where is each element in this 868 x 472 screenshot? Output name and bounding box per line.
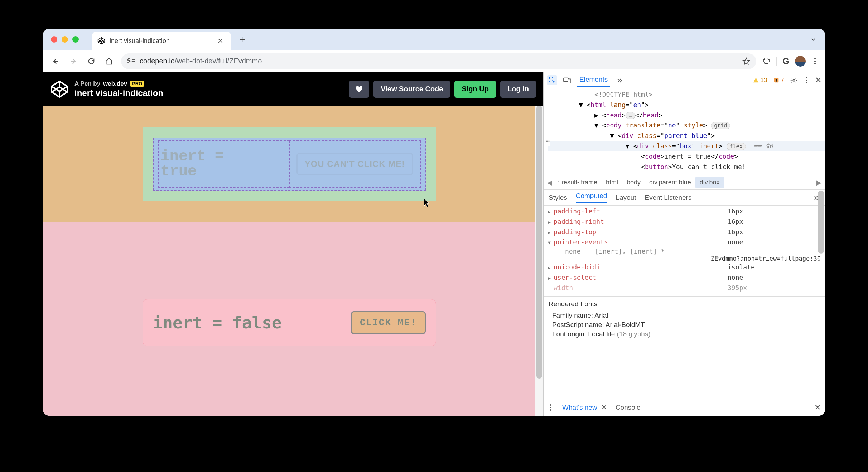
avatar[interactable] — [795, 56, 806, 67]
prop-padding-top[interactable]: ▶padding-top16px — [548, 227, 821, 237]
inert-false-button[interactable]: CLICK ME! — [351, 311, 425, 334]
reload-button[interactable] — [85, 55, 97, 67]
svg-rect-12 — [756, 79, 756, 81]
site-settings-icon[interactable] — [127, 58, 135, 65]
kebab-menu-icon[interactable] — [811, 57, 819, 66]
codepen-logo-icon[interactable] — [50, 80, 69, 98]
elements-tab[interactable]: Elements — [577, 73, 610, 87]
page-scrollbar[interactable] — [535, 106, 543, 416]
more-tabs-icon[interactable] — [615, 75, 625, 85]
svg-point-7 — [814, 61, 816, 62]
pen-actions: View Source Code Sign Up Log In — [349, 81, 536, 98]
window-close-button[interactable] — [51, 36, 57, 43]
signup-button[interactable]: Sign Up — [454, 81, 496, 98]
issue-count: 7 — [781, 77, 784, 84]
inert-true-button: YOU CAN'T CLICK ME! — [296, 153, 414, 175]
devtools-scrollbar-thumb[interactable] — [818, 191, 824, 254]
tab-overflow-button[interactable] — [807, 33, 819, 45]
prop-padding-right[interactable]: ▶padding-right16px — [548, 217, 821, 227]
dom-div-parent[interactable]: ▼ <div class="parent blue"> — [548, 131, 825, 141]
toolbar-divider — [776, 57, 777, 66]
devtools-highlight-box: inert = true YOU CAN'T CLICK ME! — [143, 127, 436, 201]
dom-button[interactable]: <button>You can't click me! — [548, 162, 825, 172]
prop-pointer-events[interactable]: ▼pointer-eventsnone — [548, 237, 821, 247]
drawer-close-icon[interactable]: ✕ — [814, 403, 821, 412]
crumb-html[interactable]: html — [602, 177, 622, 188]
pen-title: inert visual-indication — [74, 88, 163, 98]
svg-point-20 — [806, 82, 807, 83]
home-button[interactable] — [103, 55, 115, 67]
pen-byline: A Pen by web.dev PRO — [74, 80, 163, 87]
crumb-box[interactable]: div.box — [695, 177, 724, 188]
prop-pointer-events-source[interactable]: none [inert], [inert] * — [548, 247, 821, 255]
dom-head[interactable]: ▶ <head>…</head> — [548, 110, 825, 121]
forward-button[interactable] — [67, 55, 79, 67]
dom-html[interactable]: ▼ <html lang="en"> — [548, 100, 825, 110]
extensions-icon[interactable] — [762, 57, 771, 66]
devtools-panel: Elements 13 7 — [544, 72, 825, 416]
love-button[interactable] — [349, 81, 369, 98]
warn-count: 13 — [761, 77, 767, 84]
devtools-kebab-icon[interactable] — [804, 76, 809, 84]
dom-doctype: <!DOCTYPE html> — [548, 90, 825, 100]
computed-panel[interactable]: ▶padding-left16px ▶padding-right16px ▶pa… — [544, 206, 825, 297]
font-postscript-row: PostScript name: Arial-BoldMT — [552, 321, 820, 329]
url-path: /web-dot-dev/full/ZEvdmmo — [175, 57, 262, 65]
dom-body[interactable]: ▼ <body translate="no" style> grid — [548, 120, 825, 131]
device-toolbar-icon[interactable] — [562, 75, 572, 85]
settings-gear-icon[interactable] — [790, 76, 798, 84]
crumb-left-icon[interactable]: ◀ — [546, 179, 554, 187]
dom-breadcrumbs[interactable]: ◀ :.result-iframe html body div.parent.b… — [544, 175, 825, 190]
inspect-element-icon[interactable] — [547, 75, 557, 85]
omnibox[interactable]: codepen.io/web-dot-dev/full/ZEvdmmo — [121, 53, 756, 69]
font-origin-row: Font origin: Local file (18 glyphs) — [552, 330, 820, 338]
warnings-badge[interactable]: 13 — [753, 77, 767, 84]
devtools-close-icon[interactable]: ✕ — [815, 76, 821, 85]
svg-point-23 — [550, 409, 551, 411]
crumb-parent[interactable]: div.parent.blue — [645, 177, 695, 188]
svg-rect-4 — [132, 59, 135, 60]
prop-padding-left[interactable]: ▶padding-left16px — [548, 206, 821, 217]
bookmark-star-icon[interactable] — [742, 57, 751, 66]
dom-code[interactable]: <code>inert = true</code> — [548, 151, 825, 162]
new-tab-button[interactable]: + — [236, 32, 249, 47]
event-listeners-tab[interactable]: Event Listeners — [645, 194, 691, 202]
window-minimize-button[interactable] — [62, 36, 68, 43]
dom-div-box-selected[interactable]: ▼ <div class="box" inert> flex == $0 — [548, 141, 825, 151]
rendered-fonts-heading: Rendered Fonts — [549, 300, 820, 308]
whats-new-tab[interactable]: What's new ✕ — [562, 403, 607, 411]
svg-point-19 — [806, 80, 807, 81]
svg-point-18 — [806, 77, 807, 78]
prop-unicode-bidi[interactable]: ▶unicode-bidiisolate — [548, 262, 821, 273]
login-button[interactable]: Log In — [500, 81, 536, 98]
dom-tree[interactable]: <!DOCTYPE html> ▼ <html lang="en"> ▶ <he… — [544, 88, 825, 175]
browser-tab[interactable]: inert visual-indication ✕ — [92, 32, 231, 50]
crumb-right-icon[interactable]: ▶ — [815, 179, 823, 187]
row-inert-false: inert = false CLICK ME! — [43, 222, 535, 416]
back-button[interactable] — [49, 55, 62, 67]
console-tab[interactable]: Console — [616, 404, 641, 411]
styles-tab[interactable]: Styles — [549, 194, 567, 202]
row-inert-true: inert = true YOU CAN'T CLICK ME! — [43, 106, 535, 222]
drawer-kebab-icon[interactable] — [548, 404, 554, 411]
page-scrollbar-thumb[interactable] — [536, 106, 542, 379]
layout-tab[interactable]: Layout — [616, 194, 636, 202]
crumb-body[interactable]: body — [622, 177, 645, 188]
computed-tab[interactable]: Computed — [576, 192, 607, 203]
view-source-button[interactable]: View Source Code — [373, 81, 450, 98]
box-inert-true: inert = true YOU CAN'T CLICK ME! — [153, 138, 426, 191]
window-maximize-button[interactable] — [72, 36, 79, 43]
page-view: A Pen by web.dev PRO inert visual-indica… — [43, 72, 544, 416]
svg-point-3 — [127, 60, 129, 62]
svg-point-22 — [550, 407, 551, 408]
google-account-icon[interactable]: G — [782, 56, 789, 66]
crumb-iframe[interactable]: :.result-iframe — [554, 177, 602, 188]
issues-badge[interactable]: 7 — [773, 77, 784, 84]
tab-close-button[interactable]: ✕ — [215, 36, 226, 46]
byline-author[interactable]: web.dev — [103, 80, 127, 87]
dom-ellipsis-icon[interactable]: ⋯ — [546, 136, 550, 146]
prop-user-select[interactable]: ▶user-selectnone — [548, 273, 821, 283]
prop-pointer-events-link[interactable]: ZEvdmmo?anon=tr…ew=fullpage:30 — [548, 255, 821, 262]
codepen-header: A Pen by web.dev PRO inert visual-indica… — [43, 72, 543, 106]
prop-width[interactable]: width395px — [548, 283, 821, 293]
